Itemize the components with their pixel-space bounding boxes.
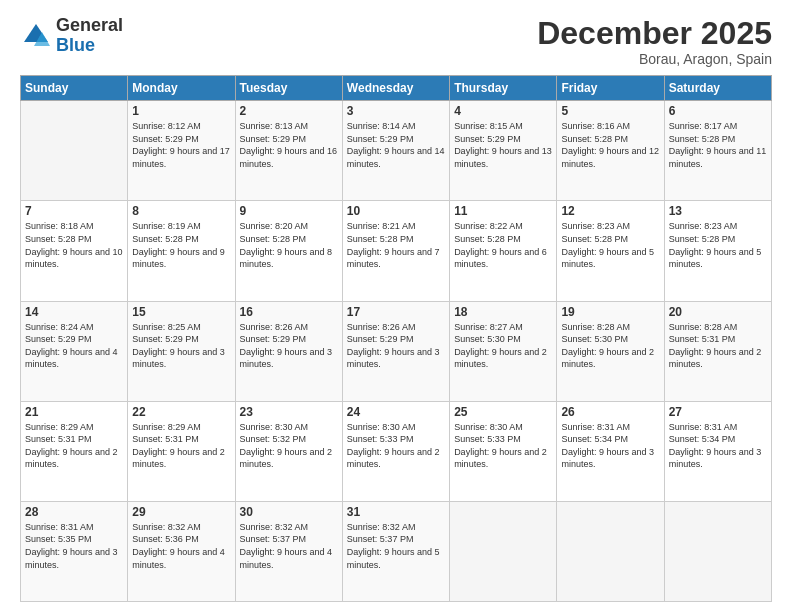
cell-details: Sunrise: 8:29 AMSunset: 5:31 PMDaylight:…: [132, 421, 230, 471]
week-row-1: 1Sunrise: 8:12 AMSunset: 5:29 PMDaylight…: [21, 101, 772, 201]
cell-details: Sunrise: 8:13 AMSunset: 5:29 PMDaylight:…: [240, 120, 338, 170]
month-title: December 2025: [537, 16, 772, 51]
day-number: 31: [347, 505, 445, 519]
location: Borau, Aragon, Spain: [537, 51, 772, 67]
calendar-cell: 10Sunrise: 8:21 AMSunset: 5:28 PMDayligh…: [342, 201, 449, 301]
week-row-4: 21Sunrise: 8:29 AMSunset: 5:31 PMDayligh…: [21, 401, 772, 501]
header-row: SundayMondayTuesdayWednesdayThursdayFrid…: [21, 76, 772, 101]
calendar-cell: [450, 501, 557, 601]
day-number: 17: [347, 305, 445, 319]
day-number: 13: [669, 204, 767, 218]
day-number: 22: [132, 405, 230, 419]
day-header-saturday: Saturday: [664, 76, 771, 101]
calendar-cell: 22Sunrise: 8:29 AMSunset: 5:31 PMDayligh…: [128, 401, 235, 501]
cell-details: Sunrise: 8:31 AMSunset: 5:34 PMDaylight:…: [669, 421, 767, 471]
calendar-cell: 5Sunrise: 8:16 AMSunset: 5:28 PMDaylight…: [557, 101, 664, 201]
day-number: 26: [561, 405, 659, 419]
calendar-cell: 29Sunrise: 8:32 AMSunset: 5:36 PMDayligh…: [128, 501, 235, 601]
calendar-cell: 18Sunrise: 8:27 AMSunset: 5:30 PMDayligh…: [450, 301, 557, 401]
calendar-cell: 3Sunrise: 8:14 AMSunset: 5:29 PMDaylight…: [342, 101, 449, 201]
day-number: 29: [132, 505, 230, 519]
cell-details: Sunrise: 8:28 AMSunset: 5:30 PMDaylight:…: [561, 321, 659, 371]
day-number: 25: [454, 405, 552, 419]
day-number: 27: [669, 405, 767, 419]
calendar-cell: 17Sunrise: 8:26 AMSunset: 5:29 PMDayligh…: [342, 301, 449, 401]
day-number: 7: [25, 204, 123, 218]
calendar-cell: 23Sunrise: 8:30 AMSunset: 5:32 PMDayligh…: [235, 401, 342, 501]
calendar-cell: [557, 501, 664, 601]
cell-details: Sunrise: 8:16 AMSunset: 5:28 PMDaylight:…: [561, 120, 659, 170]
calendar-cell: 20Sunrise: 8:28 AMSunset: 5:31 PMDayligh…: [664, 301, 771, 401]
calendar-cell: 12Sunrise: 8:23 AMSunset: 5:28 PMDayligh…: [557, 201, 664, 301]
calendar-cell: [664, 501, 771, 601]
title-area: December 2025 Borau, Aragon, Spain: [537, 16, 772, 67]
day-number: 8: [132, 204, 230, 218]
day-number: 10: [347, 204, 445, 218]
day-number: 20: [669, 305, 767, 319]
week-row-5: 28Sunrise: 8:31 AMSunset: 5:35 PMDayligh…: [21, 501, 772, 601]
calendar-cell: 25Sunrise: 8:30 AMSunset: 5:33 PMDayligh…: [450, 401, 557, 501]
day-number: 18: [454, 305, 552, 319]
cell-details: Sunrise: 8:12 AMSunset: 5:29 PMDaylight:…: [132, 120, 230, 170]
day-number: 16: [240, 305, 338, 319]
day-number: 1: [132, 104, 230, 118]
calendar-cell: 21Sunrise: 8:29 AMSunset: 5:31 PMDayligh…: [21, 401, 128, 501]
header: General Blue December 2025 Borau, Aragon…: [20, 16, 772, 67]
day-number: 24: [347, 405, 445, 419]
cell-details: Sunrise: 8:14 AMSunset: 5:29 PMDaylight:…: [347, 120, 445, 170]
day-number: 30: [240, 505, 338, 519]
day-header-thursday: Thursday: [450, 76, 557, 101]
day-number: 2: [240, 104, 338, 118]
day-number: 4: [454, 104, 552, 118]
day-number: 11: [454, 204, 552, 218]
day-number: 23: [240, 405, 338, 419]
calendar-cell: 31Sunrise: 8:32 AMSunset: 5:37 PMDayligh…: [342, 501, 449, 601]
cell-details: Sunrise: 8:26 AMSunset: 5:29 PMDaylight:…: [240, 321, 338, 371]
day-header-tuesday: Tuesday: [235, 76, 342, 101]
day-header-sunday: Sunday: [21, 76, 128, 101]
cell-details: Sunrise: 8:32 AMSunset: 5:36 PMDaylight:…: [132, 521, 230, 571]
day-number: 3: [347, 104, 445, 118]
logo: General Blue: [20, 16, 123, 56]
day-number: 6: [669, 104, 767, 118]
page-container: General Blue December 2025 Borau, Aragon…: [0, 0, 792, 612]
calendar-cell: 19Sunrise: 8:28 AMSunset: 5:30 PMDayligh…: [557, 301, 664, 401]
week-row-2: 7Sunrise: 8:18 AMSunset: 5:28 PMDaylight…: [21, 201, 772, 301]
cell-details: Sunrise: 8:23 AMSunset: 5:28 PMDaylight:…: [561, 220, 659, 270]
cell-details: Sunrise: 8:31 AMSunset: 5:34 PMDaylight:…: [561, 421, 659, 471]
calendar-cell: 11Sunrise: 8:22 AMSunset: 5:28 PMDayligh…: [450, 201, 557, 301]
day-number: 21: [25, 405, 123, 419]
day-number: 15: [132, 305, 230, 319]
cell-details: Sunrise: 8:29 AMSunset: 5:31 PMDaylight:…: [25, 421, 123, 471]
day-header-friday: Friday: [557, 76, 664, 101]
calendar-cell: 24Sunrise: 8:30 AMSunset: 5:33 PMDayligh…: [342, 401, 449, 501]
calendar-cell: 14Sunrise: 8:24 AMSunset: 5:29 PMDayligh…: [21, 301, 128, 401]
cell-details: Sunrise: 8:23 AMSunset: 5:28 PMDaylight:…: [669, 220, 767, 270]
day-header-wednesday: Wednesday: [342, 76, 449, 101]
cell-details: Sunrise: 8:18 AMSunset: 5:28 PMDaylight:…: [25, 220, 123, 270]
calendar-table: SundayMondayTuesdayWednesdayThursdayFrid…: [20, 75, 772, 602]
cell-details: Sunrise: 8:27 AMSunset: 5:30 PMDaylight:…: [454, 321, 552, 371]
cell-details: Sunrise: 8:31 AMSunset: 5:35 PMDaylight:…: [25, 521, 123, 571]
day-number: 14: [25, 305, 123, 319]
calendar-cell: 4Sunrise: 8:15 AMSunset: 5:29 PMDaylight…: [450, 101, 557, 201]
calendar-cell: 1Sunrise: 8:12 AMSunset: 5:29 PMDaylight…: [128, 101, 235, 201]
cell-details: Sunrise: 8:32 AMSunset: 5:37 PMDaylight:…: [240, 521, 338, 571]
cell-details: Sunrise: 8:20 AMSunset: 5:28 PMDaylight:…: [240, 220, 338, 270]
day-number: 28: [25, 505, 123, 519]
calendar-cell: 7Sunrise: 8:18 AMSunset: 5:28 PMDaylight…: [21, 201, 128, 301]
calendar-cell: 26Sunrise: 8:31 AMSunset: 5:34 PMDayligh…: [557, 401, 664, 501]
logo-blue: Blue: [56, 36, 123, 56]
calendar-cell: [21, 101, 128, 201]
cell-details: Sunrise: 8:24 AMSunset: 5:29 PMDaylight:…: [25, 321, 123, 371]
cell-details: Sunrise: 8:17 AMSunset: 5:28 PMDaylight:…: [669, 120, 767, 170]
calendar-cell: 30Sunrise: 8:32 AMSunset: 5:37 PMDayligh…: [235, 501, 342, 601]
logo-icon: [20, 20, 52, 52]
cell-details: Sunrise: 8:30 AMSunset: 5:33 PMDaylight:…: [347, 421, 445, 471]
logo-general: General: [56, 16, 123, 36]
cell-details: Sunrise: 8:26 AMSunset: 5:29 PMDaylight:…: [347, 321, 445, 371]
cell-details: Sunrise: 8:15 AMSunset: 5:29 PMDaylight:…: [454, 120, 552, 170]
calendar-cell: 16Sunrise: 8:26 AMSunset: 5:29 PMDayligh…: [235, 301, 342, 401]
day-number: 12: [561, 204, 659, 218]
cell-details: Sunrise: 8:30 AMSunset: 5:33 PMDaylight:…: [454, 421, 552, 471]
